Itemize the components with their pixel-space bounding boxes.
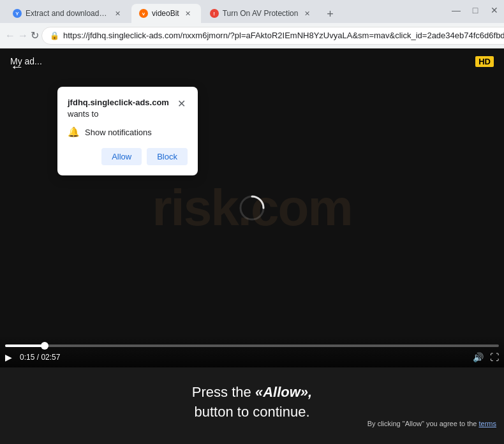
- forward-button[interactable]: →: [18, 27, 28, 45]
- page-content: risk.com My ad... HD ←: [0, 48, 504, 444]
- tab-av[interactable]: ! Turn On AV Protection ✕: [202, 4, 320, 23]
- tab3-favicon: !: [210, 9, 219, 18]
- address-text: https://jfdhq.singleclick-ads.com/nxxm6j…: [63, 31, 504, 40]
- progress-bar[interactable]: [5, 344, 499, 347]
- tab3-title: Turn On AV Protection: [223, 9, 299, 18]
- below-video-section: Press the «Allow», button to continue. B…: [0, 367, 504, 433]
- play-pause-button[interactable]: ▶: [5, 352, 12, 362]
- popup-buttons: Allow Block: [68, 148, 188, 165]
- security-icon: 🔒: [50, 31, 59, 40]
- tab-videobit[interactable]: v videoBit ✕: [131, 4, 201, 23]
- notification-label: Show notifications: [85, 128, 152, 137]
- tab3-close[interactable]: ✕: [302, 8, 312, 18]
- progress-fill: [5, 344, 45, 347]
- loading-spinner: [238, 194, 266, 222]
- hd-badge: HD: [475, 56, 494, 67]
- tab1-title: Extract and download audio an...: [26, 9, 108, 18]
- tabs-container: Y Extract and download audio an... ✕ v v…: [0, 0, 452, 23]
- fullscreen-button[interactable]: ⛶: [490, 352, 499, 362]
- block-button[interactable]: Block: [147, 148, 188, 165]
- close-button[interactable]: ✕: [490, 6, 499, 15]
- terms-notice: By clicking "Allow" you agree to the ter…: [367, 420, 496, 427]
- popup-close-button[interactable]: ✕: [175, 97, 188, 110]
- toolbar: ← → ↻ 🔒 https://jfdhq.singleclick-ads.co…: [0, 23, 504, 48]
- volume-button[interactable]: 🔊: [473, 352, 484, 362]
- notification-popup: jfdhq.singleclick-ads.com wants to ✕ 🔔 S…: [57, 87, 198, 175]
- window-controls: — □ ✕: [452, 6, 504, 17]
- maximize-button[interactable]: □: [471, 6, 480, 15]
- tab-bar: Y Extract and download audio an... ✕ v v…: [0, 0, 504, 23]
- popup-header: jfdhq.singleclick-ads.com wants to ✕: [68, 97, 188, 120]
- browser-window: Y Extract and download audio an... ✕ v v…: [0, 0, 504, 444]
- tab-extract[interactable]: Y Extract and download audio an... ✕: [5, 4, 130, 23]
- time-display: 0:15 / 02:57: [20, 353, 60, 362]
- popup-notification-row: 🔔 Show notifications: [68, 126, 188, 138]
- tab2-favicon: v: [139, 9, 148, 18]
- popup-title: jfdhq.singleclick-ads.com wants to: [68, 97, 172, 120]
- reload-button[interactable]: ↻: [31, 27, 39, 45]
- controls-row: ▶ 0:15 / 02:57 🔊 ⛶: [5, 352, 499, 362]
- tab1-favicon: Y: [13, 9, 22, 18]
- back-arrow-overlay[interactable]: ←: [10, 59, 24, 75]
- minimize-button[interactable]: —: [452, 6, 461, 15]
- allow-button[interactable]: Allow: [101, 148, 142, 165]
- right-controls: 🔊 ⛶: [473, 352, 499, 362]
- progress-thumb: [41, 342, 48, 350]
- tab2-close[interactable]: ✕: [183, 8, 193, 18]
- bell-icon: 🔔: [68, 126, 80, 138]
- address-bar[interactable]: 🔒 https://jfdhq.singleclick-ads.com/nxxm…: [41, 27, 504, 45]
- tab1-close[interactable]: ✕: [112, 8, 122, 18]
- video-controls: ▶ 0:15 / 02:57 🔊 ⛶: [0, 336, 504, 367]
- new-tab-button[interactable]: +: [321, 5, 339, 23]
- terms-link[interactable]: terms: [479, 420, 497, 427]
- tab2-title: videoBit: [152, 9, 179, 18]
- press-allow-text: Press the «Allow», button to continue.: [10, 383, 494, 422]
- back-button[interactable]: ←: [5, 27, 15, 45]
